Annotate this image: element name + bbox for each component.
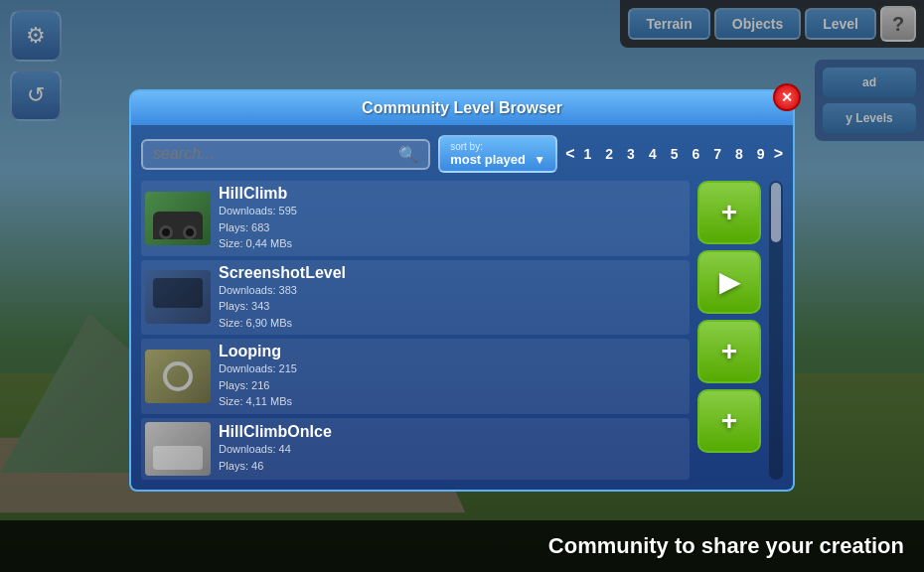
dialog-title: Community Level Browser (362, 99, 562, 116)
page-prev-button[interactable]: < (565, 145, 574, 163)
item-meta-3: Downloads: 215 Plays: 216 Size: 4,11 MBs (219, 360, 686, 410)
page-1[interactable]: 1 (578, 144, 596, 164)
scrollbar-track (769, 181, 783, 480)
dialog-body: 🔍 sort by: most played ▼ < 1 2 3 4 5 6 7 (129, 125, 795, 492)
pagination: < 1 2 3 4 5 6 7 8 9 > (565, 144, 783, 164)
sort-value: most played (450, 152, 526, 167)
page-9[interactable]: 9 (752, 144, 770, 164)
size-3: Size: 4,11 MBs (219, 395, 292, 407)
thumbnail-2 (145, 270, 211, 324)
wheel-left (159, 225, 173, 239)
item-info-3: Looping Downloads: 215 Plays: 216 Size: … (219, 343, 686, 410)
list-item[interactable]: ScreenshotLevel Downloads: 383 Plays: 34… (141, 260, 690, 336)
content-area: HillClimb Downloads: 595 Plays: 683 Size… (141, 181, 783, 480)
thumbnail-1 (145, 192, 211, 245)
downloads-3: Downloads: 215 (219, 362, 297, 374)
play-button[interactable]: ▶ (697, 250, 761, 314)
dialog-close-button[interactable]: ✕ (773, 83, 801, 111)
level-list: HillClimb Downloads: 595 Plays: 683 Size… (141, 181, 690, 480)
list-item[interactable]: HillClimb Downloads: 595 Plays: 683 Size… (141, 181, 690, 256)
page-2[interactable]: 2 (600, 144, 618, 164)
list-item[interactable]: Looping Downloads: 215 Plays: 216 Size: … (141, 339, 690, 414)
scrollbar-thumb[interactable] (771, 183, 781, 242)
page-7[interactable]: 7 (708, 144, 726, 164)
page-8[interactable]: 8 (730, 144, 748, 164)
item-meta-2: Downloads: 383 Plays: 343 Size: 6,90 MBs (219, 282, 686, 332)
list-item[interactable]: HillClimbOnIce Downloads: 44 Plays: 46 (141, 418, 690, 480)
controls-row: 🔍 sort by: most played ▼ < 1 2 3 4 5 6 7 (141, 135, 783, 173)
page-3[interactable]: 3 (622, 144, 640, 164)
item-name-3: Looping (219, 343, 686, 360)
search-box: 🔍 (141, 139, 430, 170)
page-next-button[interactable]: > (774, 145, 783, 163)
vehicle-shape (153, 212, 203, 239)
status-text: Community to share your creation (548, 533, 904, 559)
item-name-1: HillClimb (219, 185, 686, 203)
community-level-browser-dialog: Community Level Browser ✕ 🔍 sort by: mos… (129, 89, 795, 492)
plays-1: Plays: 683 (219, 221, 269, 233)
thumbnail-4 (145, 422, 211, 476)
item-info-1: HillClimb Downloads: 595 Plays: 683 Size… (219, 185, 686, 252)
item-meta-1: Downloads: 595 Plays: 683 Size: 0,44 MBs (219, 203, 686, 252)
downloads-1: Downloads: 595 (219, 205, 297, 216)
item-info-4: HillClimbOnIce Downloads: 44 Plays: 46 (219, 423, 686, 474)
sort-dropdown[interactable]: sort by: most played ▼ (438, 135, 557, 173)
downloads-4: Downloads: 44 (219, 443, 291, 455)
search-input[interactable] (153, 145, 398, 163)
status-bar: Community to share your creation (0, 520, 924, 572)
wheel-right (183, 225, 197, 239)
page-6[interactable]: 6 (687, 144, 704, 164)
action-buttons: + ▶ + + (697, 181, 761, 480)
item-name-4: HillClimbOnIce (219, 423, 686, 441)
dialog-titlebar: Community Level Browser ✕ (129, 89, 795, 125)
size-1: Size: 0,44 MBs (219, 237, 292, 249)
plays-4: Plays: 46 (219, 460, 263, 472)
add-button-3[interactable]: + (697, 389, 761, 453)
add-button-2[interactable]: + (697, 320, 761, 383)
add-button-1[interactable]: + (697, 181, 761, 244)
thumbnail-3 (145, 350, 211, 403)
sort-value-row: most played ▼ (450, 152, 545, 167)
item-name-2: ScreenshotLevel (219, 264, 686, 282)
sort-arrow-icon: ▼ (534, 153, 545, 167)
plays-2: Plays: 343 (219, 300, 269, 312)
item-meta-4: Downloads: 44 Plays: 46 (219, 441, 686, 474)
page-4[interactable]: 4 (644, 144, 662, 164)
item-info-2: ScreenshotLevel Downloads: 383 Plays: 34… (219, 264, 686, 332)
plays-3: Plays: 216 (219, 379, 269, 391)
downloads-2: Downloads: 383 (219, 284, 297, 296)
search-icon: 🔍 (398, 145, 418, 164)
sort-label: sort by: (450, 141, 483, 152)
page-5[interactable]: 5 (666, 144, 684, 164)
size-2: Size: 6,90 MBs (219, 317, 292, 329)
